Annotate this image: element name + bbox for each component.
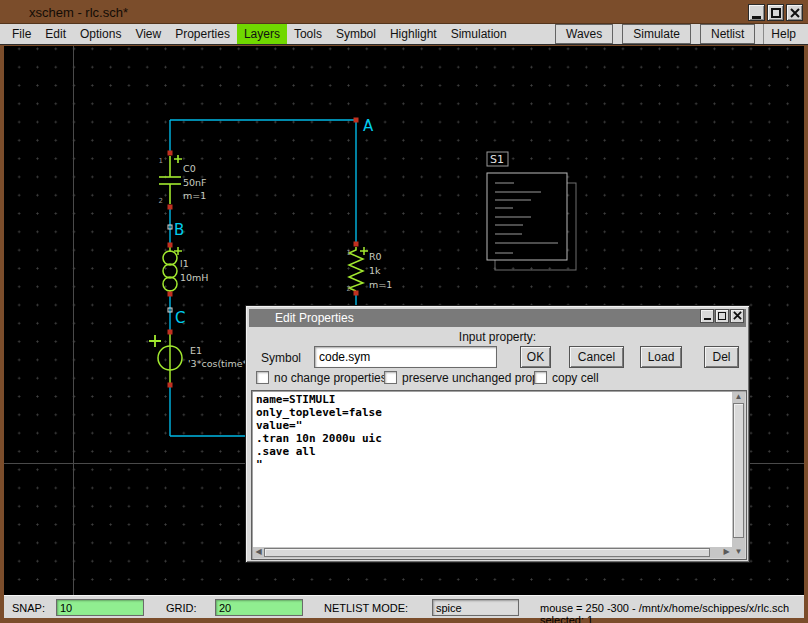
menu-tools[interactable]: Tools	[287, 24, 329, 44]
horizontal-scrollbar-thumb[interactable]	[264, 548, 710, 557]
symbol-input[interactable]	[314, 346, 497, 368]
window-title: xschem - rlc.sch*	[29, 5, 128, 20]
copy-cell-label: copy cell	[552, 371, 599, 385]
dialog-maximize-icon	[718, 312, 726, 320]
xschem-window: xschem - rlc.sch* File Edit Options View…	[0, 0, 808, 623]
simulate-button[interactable]: Simulate	[622, 24, 691, 44]
no-change-properties-checkbox[interactable]	[256, 371, 269, 384]
checkbox-row: no change properties preserve unchanged …	[246, 370, 749, 386]
cancel-button[interactable]: Cancel	[569, 346, 624, 368]
scroll-down-icon[interactable]: ▼	[733, 547, 744, 557]
svg-text:E1: E1	[190, 345, 202, 356]
snap-label: SNAP:	[12, 602, 45, 614]
schematic-canvas[interactable]: 1 2 C0 50nF m=1 l1 10mH	[4, 46, 804, 595]
dialog-title: Edit Properties	[275, 311, 354, 325]
svg-text:50nF: 50nF	[183, 177, 207, 188]
statusbar: SNAP: GRID: NETLIST MODE: mouse = 250 -3…	[4, 595, 804, 618]
window-controls	[748, 4, 803, 21]
load-button[interactable]: Load	[640, 346, 682, 368]
minimize-button[interactable]	[748, 4, 765, 21]
menu-properties[interactable]: Properties	[168, 24, 237, 44]
svg-text:S1: S1	[490, 153, 504, 166]
dialog-controls	[700, 309, 744, 323]
source-e1[interactable]: E1 '3*cos(time*ti	[149, 334, 254, 383]
menu-edit[interactable]: Edit	[38, 24, 73, 44]
edit-properties-dialog: Edit Properties Input property: Symbol O…	[245, 305, 750, 563]
dialog-titlebar[interactable]: Edit Properties	[249, 309, 746, 327]
svg-text:1: 1	[347, 249, 351, 257]
menu-file[interactable]: File	[5, 24, 38, 44]
capacitor-c0[interactable]: 1 2 C0 50nF m=1	[159, 155, 207, 205]
code-block-s1[interactable]: S1	[487, 152, 576, 270]
dialog-minimize-icon	[704, 318, 711, 320]
titlebar[interactable]: xschem - rlc.sch*	[0, 0, 808, 24]
grid-label: GRID:	[166, 602, 197, 614]
svg-text:C0: C0	[183, 163, 196, 174]
dialog-minimize-button[interactable]	[700, 309, 714, 323]
netlist-mode-label: NETLIST MODE:	[324, 602, 408, 614]
symbol-label: Symbol	[261, 351, 301, 365]
menu-layers[interactable]: Layers	[237, 24, 287, 44]
menu-simulation[interactable]: Simulation	[444, 24, 514, 44]
maximize-icon	[771, 8, 781, 18]
grid-input[interactable]	[215, 599, 303, 616]
svg-text:l1: l1	[180, 258, 189, 269]
node-label-c[interactable]: C	[175, 309, 185, 327]
svg-text:'3*cos(time*ti: '3*cos(time*ti	[188, 358, 254, 369]
property-text-frame: name=STIMULI only_toplevel=false value="…	[251, 390, 747, 560]
svg-text:1: 1	[159, 157, 163, 165]
preserve-unchanged-props-checkbox[interactable]	[384, 371, 397, 384]
del-button[interactable]: Del	[704, 346, 739, 368]
dialog-maximize-button[interactable]	[715, 309, 729, 323]
node-label-b[interactable]: B	[174, 221, 184, 239]
copy-cell-checkbox[interactable]	[534, 371, 547, 384]
input-property-label: Input property:	[246, 330, 749, 344]
menu-options[interactable]: Options	[73, 24, 128, 44]
inductor-l1[interactable]: l1 10mH	[163, 247, 209, 292]
svg-text:10mH: 10mH	[180, 272, 209, 283]
svg-text:2: 2	[159, 197, 163, 205]
scroll-up-icon[interactable]: ▲	[733, 392, 744, 402]
netlist-mode-input[interactable]	[432, 599, 519, 616]
dialog-close-icon	[733, 311, 742, 320]
vertical-scrollbar[interactable]: ▲	[732, 392, 745, 549]
netlist-button[interactable]: Netlist	[700, 24, 755, 44]
snap-input[interactable]	[56, 599, 144, 616]
no-change-properties-label: no change properties	[274, 371, 387, 385]
close-button[interactable]	[786, 4, 803, 21]
menu-symbol[interactable]: Symbol	[329, 24, 383, 44]
maximize-button[interactable]	[767, 4, 784, 21]
menu-help[interactable]: Help	[764, 24, 803, 44]
menubar: File Edit Options View Properties Layers…	[0, 24, 808, 45]
svg-text:1k: 1k	[369, 265, 381, 276]
dialog-close-button[interactable]	[730, 309, 744, 323]
ok-button[interactable]: OK	[520, 346, 551, 368]
svg-text:2: 2	[347, 285, 351, 293]
menu-view[interactable]: View	[128, 24, 168, 44]
node-label-a[interactable]: A	[363, 117, 374, 135]
horizontal-scrollbar[interactable]: ◀ ▶	[253, 547, 732, 558]
preserve-unchanged-props-label: preserve unchanged props	[402, 371, 545, 385]
scrollbar-corner: ▼	[732, 547, 745, 558]
vertical-scrollbar-thumb[interactable]	[733, 403, 744, 538]
close-icon	[790, 8, 800, 18]
resistor-r0[interactable]: 1 2 R0 1k m=1	[347, 247, 393, 293]
minimize-icon	[752, 16, 761, 19]
scroll-right-icon[interactable]: ▶	[721, 547, 732, 557]
svg-text:m=1: m=1	[183, 190, 206, 201]
property-textarea[interactable]: name=STIMULI only_toplevel=false value="…	[253, 392, 732, 549]
scroll-left-icon[interactable]: ◀	[253, 547, 264, 557]
svg-text:m=1: m=1	[369, 279, 392, 290]
mouse-status-text: mouse = 250 -300 - /mnt/x/home/schippes/…	[540, 602, 804, 623]
menu-highlight[interactable]: Highlight	[383, 24, 444, 44]
waves-button[interactable]: Waves	[555, 24, 613, 44]
svg-text:R0: R0	[369, 251, 382, 262]
